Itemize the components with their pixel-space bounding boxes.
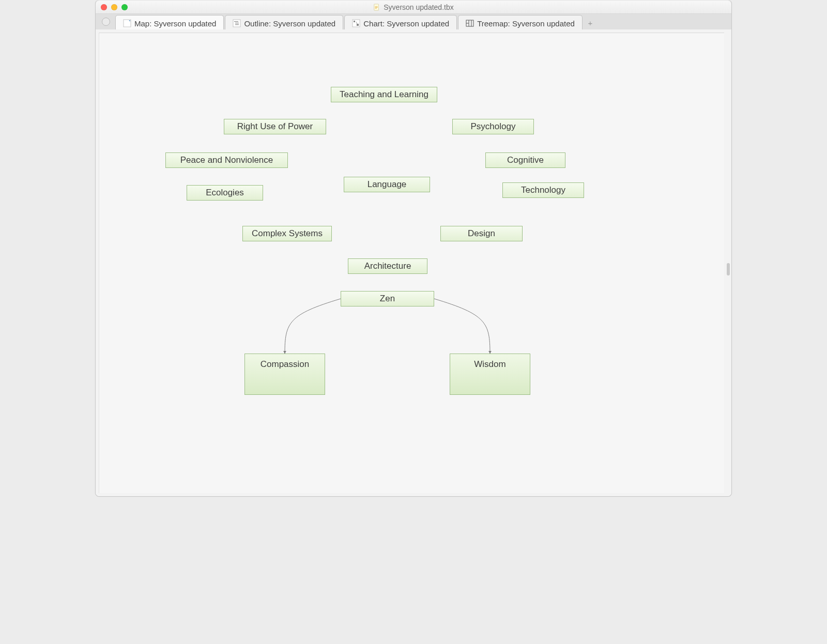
node-teaching[interactable]: Teaching and Learning: [331, 87, 437, 102]
document-icon: [373, 4, 380, 11]
node-label: Technology: [521, 185, 565, 195]
node-label: Teaching and Learning: [340, 89, 428, 100]
tab-label: Map: Syverson updated: [134, 19, 216, 28]
node-label: Right Use of Power: [237, 121, 313, 132]
node-cognitive[interactable]: Cognitive: [485, 152, 565, 168]
tab-label: Treemap: Syverson updated: [477, 19, 575, 28]
node-psychology[interactable]: Psychology: [452, 119, 534, 134]
node-language[interactable]: Language: [344, 177, 430, 192]
node-label: Cognitive: [507, 155, 544, 165]
svg-rect-12: [354, 21, 355, 22]
node-technology[interactable]: Technology: [502, 182, 584, 198]
node-label: Ecologies: [206, 188, 244, 198]
node-label: Complex Systems: [252, 228, 323, 239]
node-label: Psychology: [471, 121, 516, 132]
window-controls: [96, 4, 128, 10]
add-tab-button[interactable]: +: [586, 19, 595, 27]
node-architecture[interactable]: Architecture: [348, 258, 427, 274]
tab-treemap[interactable]: Treemap: Syverson updated: [458, 15, 583, 31]
node-rightuse[interactable]: Right Use of Power: [224, 119, 326, 134]
svg-rect-2: [375, 7, 378, 8]
svg-rect-14: [357, 24, 359, 26]
window-title: Syverson updated.tbx: [384, 3, 453, 11]
titlebar: Syverson updated.tbx: [96, 0, 731, 14]
link-zen-compassion: [285, 299, 341, 354]
node-label: Architecture: [364, 261, 411, 271]
map-canvas[interactable]: Teaching and LearningRight Use of PowerP…: [99, 33, 724, 493]
svg-rect-8: [234, 21, 238, 22]
node-label: Design: [468, 228, 495, 239]
vertical-scrollbar[interactable]: [727, 263, 730, 275]
minimize-button[interactable]: [111, 4, 117, 10]
svg-rect-1: [375, 6, 378, 7]
svg-rect-9: [235, 23, 239, 23]
svg-rect-0: [374, 4, 379, 10]
node-label: Zen: [380, 294, 395, 304]
node-label: Compassion: [261, 359, 310, 370]
node-peace[interactable]: Peace and Nonviolence: [165, 152, 288, 168]
node-ecologies[interactable]: Ecologies: [187, 185, 263, 201]
tab-label: Chart: Syverson updated: [363, 19, 449, 28]
svg-rect-3: [375, 8, 377, 8]
svg-rect-10: [235, 24, 239, 25]
tab-outline[interactable]: Outline: Syverson updated: [225, 15, 343, 31]
tab-chart[interactable]: Chart: Syverson updated: [344, 15, 457, 31]
outline-icon: [233, 19, 241, 27]
zoom-button[interactable]: [121, 4, 128, 10]
svg-point-6: [129, 20, 130, 21]
treemap-icon: [466, 19, 474, 27]
link-zen-wisdom: [434, 299, 490, 354]
node-compassion[interactable]: Compassion: [244, 354, 325, 395]
chart-icon: [352, 19, 360, 27]
close-button[interactable]: [101, 4, 107, 10]
node-design[interactable]: Design: [440, 226, 523, 241]
node-wisdom[interactable]: Wisdom: [450, 354, 530, 395]
app-window: Syverson updated.tbx Map: Syverson updat…: [95, 0, 732, 497]
node-label: Peace and Nonviolence: [180, 155, 273, 165]
node-label: Language: [367, 179, 407, 190]
tab-label: Outline: Syverson updated: [244, 19, 335, 28]
map-icon: [123, 19, 131, 27]
node-label: Wisdom: [474, 359, 506, 370]
node-complex[interactable]: Complex Systems: [242, 226, 332, 241]
tab-map[interactable]: Map: Syverson updated: [115, 15, 224, 31]
canvas-scroll-area[interactable]: Teaching and LearningRight Use of PowerP…: [96, 29, 731, 496]
tab-bar: Map: Syverson updated Outline: Syverson …: [96, 14, 731, 31]
node-zen[interactable]: Zen: [341, 291, 434, 306]
history-back-button[interactable]: [102, 18, 110, 26]
